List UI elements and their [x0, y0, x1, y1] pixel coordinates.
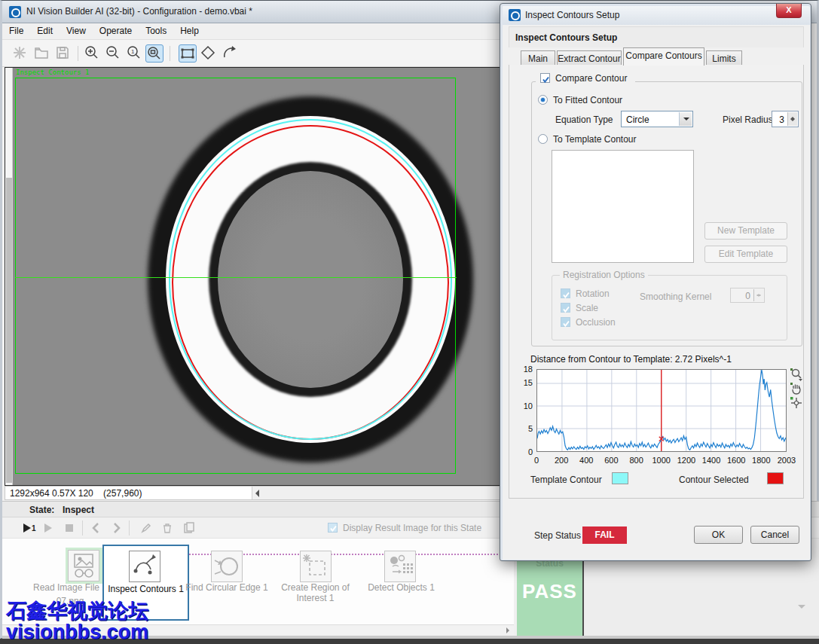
roi-rectangle[interactable]	[15, 78, 456, 474]
x-tick-label: 2003	[772, 456, 802, 465]
inspect-contours-setup-dialog: Inspect Contours Setup X Inspect Contour…	[500, 3, 811, 561]
roi-center-line	[15, 277, 457, 278]
next-state-icon[interactable]	[109, 521, 123, 535]
graph-zoom-icon[interactable]	[790, 368, 803, 381]
rectangle-tool-icon[interactable]	[179, 44, 197, 63]
contour-selected-swatch[interactable]	[767, 472, 784, 484]
chart-title: Distance from Contour to Template: 2.72 …	[530, 354, 732, 365]
pixel-radius-spinner[interactable]: 3	[772, 111, 799, 127]
open-icon[interactable]	[33, 44, 51, 63]
pixel-radius-value: 3	[779, 114, 784, 125]
equation-type-label: Equation Type	[555, 114, 613, 125]
results-pass-value: PASS	[517, 580, 582, 603]
to-fitted-contour-radio[interactable]	[538, 95, 548, 105]
close-icon[interactable]: X	[776, 4, 802, 18]
tab-extract-contour[interactable]: Extract Contour	[557, 50, 622, 66]
display-result-checkbox[interactable]	[328, 523, 338, 533]
svg-text:1: 1	[131, 48, 135, 55]
toolbar-separator	[82, 520, 83, 536]
image-display[interactable]: Inspect Contours 1	[5, 67, 514, 486]
registration-options-legend: Registration Options	[560, 270, 648, 280]
menu-tools[interactable]: Tools	[139, 23, 173, 38]
tab-limits[interactable]: Limits	[706, 50, 742, 66]
menu-help[interactable]: Help	[173, 23, 206, 38]
save-icon[interactable]	[54, 44, 72, 63]
menu-view[interactable]: View	[60, 23, 93, 38]
scale-checkbox[interactable]	[561, 303, 570, 313]
y-tick-label: 18	[515, 365, 533, 374]
svg-text:1: 1	[32, 524, 36, 533]
scroll-right-icon[interactable]	[506, 627, 509, 633]
step-label-inspect-contours[interactable]: Inspect Contours 1	[104, 584, 188, 594]
pixel-radius-label: Pixel Radius	[723, 114, 773, 125]
graph-cursor-icon[interactable]	[790, 396, 803, 410]
new-icon[interactable]	[11, 44, 29, 63]
graph-pan-icon[interactable]	[790, 382, 803, 395]
step-status-label: Step Status	[534, 530, 581, 541]
equation-type-dropdown[interactable]: Circle	[621, 111, 693, 127]
delete-icon[interactable]	[160, 521, 174, 535]
prev-state-icon[interactable]	[90, 521, 103, 535]
diamond-tool-icon[interactable]	[200, 44, 218, 63]
step-label-create-roi[interactable]: Create Region of Interest 1	[276, 582, 355, 603]
new-template-button[interactable]: New Template	[704, 222, 787, 240]
y-tick-label: 15	[515, 378, 533, 387]
scroll-down-icon[interactable]	[798, 605, 805, 609]
compare-contour-checkbox[interactable]	[540, 73, 550, 83]
image-horizontal-scrollbar[interactable]	[252, 487, 514, 499]
menu-edit[interactable]: Edit	[30, 23, 60, 38]
rotation-checkbox[interactable]	[561, 288, 570, 298]
dialog-titlebar[interactable]: Inspect Contours Setup	[503, 6, 810, 25]
state-label: State:	[29, 505, 54, 515]
tab-compare-contours[interactable]: Compare Contours	[623, 47, 704, 66]
template-contour-swatch[interactable]	[612, 472, 628, 484]
scroll-left-icon[interactable]	[255, 490, 259, 497]
smoothing-kernel-label: Smoothing Kernel	[640, 291, 711, 302]
zoom-1to1-icon[interactable]: 1	[126, 44, 144, 63]
distance-chart[interactable]	[536, 369, 787, 452]
create-roi-icon[interactable]	[300, 551, 332, 582]
cancel-button[interactable]: Cancel	[750, 526, 799, 544]
menu-operate[interactable]: Operate	[93, 23, 139, 38]
detect-objects-icon[interactable]	[384, 551, 416, 582]
run-icon[interactable]	[41, 521, 55, 535]
dialog-icon	[509, 9, 521, 21]
chevron-down-icon[interactable]	[679, 112, 692, 126]
compare-contour-label: Compare Contour	[555, 73, 627, 84]
copy-icon[interactable]	[182, 521, 195, 535]
image-vertical-scrollbar[interactable]	[5, 68, 13, 485]
edit-icon[interactable]	[139, 521, 153, 535]
toolbar-separator	[129, 520, 130, 536]
to-template-contour-label: To Template Contour	[553, 134, 637, 145]
step-label-detect-objects[interactable]: Detect Objects 1	[362, 582, 441, 593]
smoothing-kernel-spinner[interactable]: 0	[730, 288, 765, 303]
inspect-contours-icon[interactable]	[129, 551, 160, 582]
zoom-fit-icon[interactable]	[145, 44, 163, 63]
ok-button[interactable]: OK	[694, 526, 743, 544]
image-status-text: 1292x964 0.57X 120 (257,960)	[10, 488, 142, 499]
dialog-body: Inspect Contours Setup Main Extract Cont…	[503, 25, 810, 560]
find-circular-edge-icon[interactable]	[211, 551, 243, 582]
zoom-in-icon[interactable]	[84, 44, 102, 63]
zoom-out-icon[interactable]	[105, 44, 123, 63]
menubar: File Edit View Operate Tools Help	[2, 23, 515, 40]
step-label-find-circular-edge[interactable]: Find Circular Edge 1	[185, 582, 268, 593]
tab-main[interactable]: Main	[521, 50, 555, 66]
step-status-badge: FAIL	[582, 526, 627, 544]
occlusion-checkbox[interactable]	[561, 317, 570, 327]
stop-icon[interactable]	[63, 521, 76, 535]
annulus-tool-icon[interactable]	[221, 44, 239, 63]
spinner-arrows-icon[interactable]	[787, 112, 797, 126]
to-fitted-contour-label: To Fitted Contour	[553, 95, 622, 105]
toolbar-separator	[78, 46, 78, 61]
menu-file[interactable]: File	[2, 23, 30, 38]
to-template-contour-radio[interactable]	[538, 134, 548, 144]
run-state-once-icon[interactable]: 1	[22, 521, 35, 535]
scrollbar-thumb[interactable]	[6, 178, 12, 483]
image-status-bar: 1292x964 0.57X 120 (257,960)	[5, 486, 514, 500]
state-value: Inspect	[63, 505, 94, 515]
window-title: NI Vision Builder AI (32-bit) - Configur…	[26, 6, 252, 17]
edit-template-button[interactable]: Edit Template	[704, 246, 787, 263]
read-image-file-icon[interactable]	[68, 550, 99, 581]
y-tick-label: 5	[515, 424, 533, 433]
